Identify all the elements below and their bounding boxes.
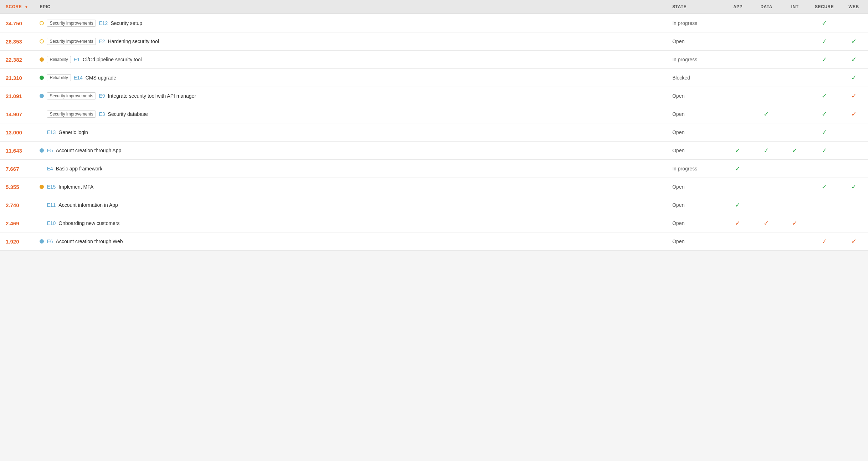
check-green-icon: ✓: [822, 147, 827, 154]
secure-check-cell: ✓: [809, 32, 839, 51]
epic-badge: Security improvements: [47, 111, 96, 118]
state-cell: In progress: [667, 160, 724, 178]
epic-title: Account information in App: [58, 202, 118, 208]
score-cell: 21.310: [0, 69, 34, 87]
check-green-icon: ✓: [822, 183, 827, 190]
state-cell: Open: [667, 123, 724, 142]
data-check-cell: [752, 123, 781, 142]
app-check-cell: [724, 32, 752, 51]
epic-cell: E15 Implement MFA: [34, 178, 667, 196]
int-check-cell: [781, 14, 809, 32]
check-green-icon: ✓: [822, 20, 827, 27]
score-cell: 26.353: [0, 32, 34, 51]
check-green-icon: ✓: [822, 92, 827, 99]
epic-id[interactable]: E15: [47, 184, 56, 190]
check-green-icon: ✓: [735, 201, 740, 209]
epic-id[interactable]: E11: [47, 202, 56, 208]
int-check-cell: ✓: [781, 142, 809, 160]
score-cell: 2.469: [0, 214, 34, 232]
data-check-cell: [752, 32, 781, 51]
main-table-container: SCORE ▼ EPIC STATE APP DATA INT: [0, 0, 868, 251]
int-check-cell: [781, 105, 809, 123]
epic-id[interactable]: E9: [99, 93, 105, 99]
score-cell: 13.000: [0, 123, 34, 142]
status-dot: [40, 76, 44, 80]
app-check-cell: [724, 105, 752, 123]
epic-id[interactable]: E6: [47, 239, 53, 244]
web-column-header: WEB: [839, 0, 868, 14]
epic-cell: Security improvements E12 Security setup: [34, 14, 667, 32]
epic-id[interactable]: E5: [47, 148, 53, 153]
app-check-cell: [724, 87, 752, 105]
check-green-icon: ✓: [822, 38, 827, 45]
check-green-icon: ✓: [764, 147, 769, 154]
int-check-cell: [781, 123, 809, 142]
epic-cell: Security improvements E3 Security databa…: [34, 105, 667, 123]
state-cell: In progress: [667, 51, 724, 69]
check-green-icon: ✓: [851, 183, 857, 190]
secure-check-cell: ✓: [809, 51, 839, 69]
epic-cell: E4 Basic app framework: [34, 160, 667, 178]
table-row: 2.740 E11 Account information in App Ope…: [0, 196, 868, 214]
epic-id[interactable]: E12: [99, 20, 108, 26]
status-dot: [40, 185, 44, 189]
table-row: 14.907 Security improvements E3 Security…: [0, 105, 868, 123]
epic-id[interactable]: E13: [47, 129, 56, 135]
check-red-icon: ✓: [851, 238, 857, 245]
state-cell: Open: [667, 87, 724, 105]
table-row: 11.643 E5 Account creation through App O…: [0, 142, 868, 160]
data-check-cell: ✓: [752, 214, 781, 232]
app-check-cell: [724, 14, 752, 32]
state-cell: In progress: [667, 14, 724, 32]
score-cell: 2.740: [0, 196, 34, 214]
app-check-cell: ✓: [724, 214, 752, 232]
table-row: 22.382 Reliability E1 Ci/Cd pipeline sec…: [0, 51, 868, 69]
epic-title: Account creation through Web: [56, 239, 123, 244]
epic-column-header: EPIC: [34, 0, 667, 14]
state-cell: Open: [667, 178, 724, 196]
state-column-header: STATE: [667, 0, 724, 14]
check-green-icon: ✓: [764, 111, 769, 118]
epic-id[interactable]: E14: [74, 75, 83, 81]
app-check-cell: ✓: [724, 196, 752, 214]
table-row: 21.310 Reliability E14 CMS upgrade Block…: [0, 69, 868, 87]
epic-id[interactable]: E2: [99, 39, 105, 44]
epic-id[interactable]: E3: [99, 111, 105, 117]
state-cell: Open: [667, 196, 724, 214]
epic-badge: Security improvements: [47, 38, 96, 45]
epic-cell: E5 Account creation through App: [34, 142, 667, 160]
epic-title: Security database: [108, 111, 148, 117]
web-check-cell: ✓: [839, 32, 868, 51]
check-green-icon: ✓: [735, 165, 740, 172]
status-dot: [40, 21, 44, 25]
web-check-cell: [839, 160, 868, 178]
score-column-header[interactable]: SCORE ▼: [0, 0, 34, 14]
table-row: 5.355 E15 Implement MFA Open ✓ ✓: [0, 178, 868, 196]
data-check-cell: [752, 232, 781, 251]
status-dot: [40, 39, 44, 43]
table-header-row: SCORE ▼ EPIC STATE APP DATA INT: [0, 0, 868, 14]
epic-cell: Reliability E14 CMS upgrade: [34, 69, 667, 87]
score-cell: 22.382: [0, 51, 34, 69]
epic-title: Account creation through App: [56, 148, 122, 153]
epic-id[interactable]: E10: [47, 220, 56, 226]
web-check-cell: ✓: [839, 232, 868, 251]
epic-id[interactable]: E4: [47, 166, 53, 171]
int-check-cell: [781, 51, 809, 69]
int-check-cell: [781, 178, 809, 196]
secure-column-header: SECURE: [809, 0, 839, 14]
epic-title: Hardening security tool: [108, 39, 159, 44]
check-green-icon: ✓: [822, 111, 827, 118]
secure-check-cell: ✓: [809, 142, 839, 160]
epic-title: Onboarding new customers: [58, 220, 119, 226]
table-row: 21.091 Security improvements E9 Integrat…: [0, 87, 868, 105]
check-green-icon: ✓: [851, 74, 857, 81]
web-check-cell: [839, 14, 868, 32]
secure-check-cell: ✓: [809, 87, 839, 105]
score-cell: 21.091: [0, 87, 34, 105]
web-check-cell: [839, 214, 868, 232]
epic-id[interactable]: E1: [74, 57, 80, 62]
int-check-cell: [781, 160, 809, 178]
check-red-icon: ✓: [735, 220, 740, 227]
web-check-cell: ✓: [839, 69, 868, 87]
